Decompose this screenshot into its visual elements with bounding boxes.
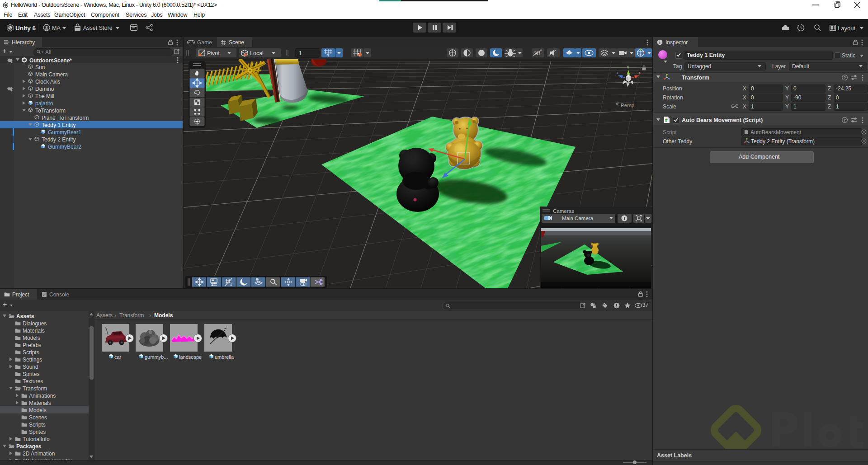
svg-text:1: 1 — [299, 50, 302, 56]
svg-text:Pivot: Pivot — [207, 50, 220, 56]
svg-text:Main Camera: Main Camera — [562, 216, 594, 221]
svg-text:z: z — [617, 70, 619, 75]
svg-text:Local: Local — [250, 50, 264, 56]
svg-text:Persp: Persp — [621, 103, 634, 108]
svg-text:#: # — [665, 118, 668, 123]
svg-text:x: x — [638, 70, 641, 75]
svg-text:Y: Y — [327, 53, 330, 57]
svg-text:Cameras: Cameras — [553, 208, 574, 214]
svg-text:?: ? — [844, 75, 846, 80]
svg-text:?: ? — [844, 118, 846, 122]
svg-text:y: y — [627, 65, 629, 69]
